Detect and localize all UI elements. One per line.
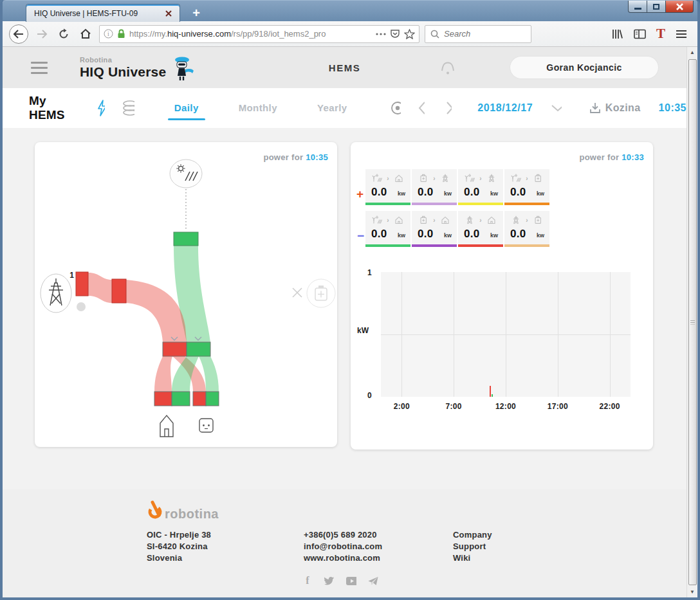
tile-battery-to-grid[interactable]: › 0.0kw <box>412 169 457 205</box>
battery-icon <box>533 174 543 183</box>
remove-icon[interactable] <box>293 288 302 297</box>
forward-button[interactable] <box>33 26 50 42</box>
node-appliance-production[interactable] <box>206 392 219 406</box>
tile-battery-to-home[interactable]: › 0.0kw <box>412 211 457 247</box>
minimize-button[interactable] <box>628 1 647 13</box>
maximize-button[interactable] <box>647 1 666 13</box>
appliance-socket-icon[interactable] <box>199 419 213 432</box>
node-mix-import[interactable] <box>163 342 187 356</box>
flow-grid-1 <box>88 273 112 303</box>
chart-gridline <box>401 272 402 397</box>
footer-contact: +386(0)5 689 2020 info@robotina.com www.… <box>304 529 382 564</box>
telegram-icon[interactable] <box>368 576 378 586</box>
node-home-production[interactable] <box>172 392 190 406</box>
energy-lightning-icon[interactable] <box>96 100 106 116</box>
nav-toolbar: i https://my.hiq-universe.com/rs/pp/918/… <box>3 21 697 47</box>
tile-grid-to-battery[interactable]: › 0.0kw <box>504 211 549 247</box>
app-header: Robotina HIQ Universe HEMS Goran Kocjanc… <box>3 47 686 88</box>
extension-t-icon[interactable]: T <box>656 27 665 41</box>
tab-close-icon[interactable] <box>163 8 174 19</box>
add-battery-icon[interactable] <box>307 279 335 307</box>
page-title: HEMS <box>3 62 686 73</box>
page-scrollbar[interactable]: ▲ ▼ <box>686 47 697 597</box>
grid-node-icon[interactable] <box>41 274 71 313</box>
footer-email[interactable]: info@robotina.com <box>304 541 382 552</box>
title-bar[interactable]: HIQ Universe | HEMS-FTU-09 + <box>3 0 697 21</box>
node-solar-production[interactable] <box>174 232 198 246</box>
footer-link-support[interactable]: Support <box>453 541 492 552</box>
tile-production-to-home-neg[interactable]: › 0.0kw <box>365 211 410 247</box>
scrollbar-thumb[interactable] <box>688 59 697 585</box>
negative-sign: − <box>357 229 364 243</box>
section-title: My HEMS <box>29 94 71 122</box>
svg-text:i: i <box>107 30 109 37</box>
url-text[interactable]: https://my.hiq-universe.com/rs/pp/918/io… <box>129 29 372 39</box>
next-day-icon[interactable] <box>445 100 452 116</box>
flow-power-label: power for 10:35 <box>263 152 328 162</box>
tab-daily[interactable]: Daily <box>168 97 205 119</box>
youtube-icon[interactable] <box>346 576 356 586</box>
new-tab-button[interactable]: + <box>188 6 205 20</box>
date-display[interactable]: 2018/12/17 <box>477 102 533 114</box>
node-mix-production[interactable] <box>187 342 210 356</box>
search-input[interactable] <box>444 29 515 39</box>
sidebar-icon[interactable] <box>634 29 646 39</box>
page-actions-icon[interactable] <box>376 33 386 35</box>
close-button[interactable] <box>665 1 694 13</box>
production-icon <box>465 174 475 183</box>
realtime-record-icon[interactable] <box>390 100 401 116</box>
twitter-icon[interactable] <box>324 576 335 586</box>
chevron-right-icon: › <box>526 217 528 224</box>
facebook-icon[interactable]: f <box>302 576 313 586</box>
date-dropdown-icon[interactable] <box>551 104 561 113</box>
url-bar[interactable]: i https://my.hiq-universe.com/rs/pp/918/… <box>99 25 419 43</box>
power-summary-card: power for 10:33 + − › 0.0kw › 0.0kw <box>351 142 653 450</box>
period-tabs: Daily Monthly Yearly <box>168 97 381 119</box>
station-name: Kozina <box>605 102 641 114</box>
tab-yearly[interactable]: Yearly <box>311 97 354 119</box>
pocket-icon[interactable] <box>390 29 400 39</box>
site-info-icon[interactable]: i <box>104 29 113 39</box>
bookmark-star-icon[interactable] <box>404 29 415 39</box>
scroll-down-icon[interactable]: ▼ <box>687 586 698 597</box>
dashboard: power for 10:35 <box>3 128 686 489</box>
download-icon <box>589 102 602 114</box>
chevron-right-icon: › <box>479 175 481 182</box>
home-icon <box>394 215 404 224</box>
tile-grid-to-home[interactable]: › 0.0kw <box>458 211 503 247</box>
scroll-up-icon[interactable]: ▲ <box>687 47 698 58</box>
footer-link-company[interactable]: Company <box>453 529 492 541</box>
tile-production-to-grid[interactable]: › 0.0kw <box>458 169 503 205</box>
chevron-right-icon: › <box>526 175 528 182</box>
footer-website[interactable]: www.robotina.com <box>304 552 382 564</box>
search-box[interactable] <box>425 25 531 43</box>
back-button[interactable] <box>9 24 28 44</box>
browser-window: HIQ Universe | HEMS-FTU-09 + i <box>0 0 700 600</box>
production-icon <box>511 174 521 183</box>
chart-spike-grid-import <box>490 386 491 397</box>
footer-link-wiki[interactable]: Wiki <box>453 552 492 564</box>
node-grid-mid[interactable] <box>112 279 126 303</box>
menu-icon[interactable] <box>676 30 687 39</box>
prev-day-icon[interactable] <box>418 100 424 116</box>
grid-icon <box>465 215 475 224</box>
station-selector[interactable]: Kozina <box>589 102 641 114</box>
node-appliance-import[interactable] <box>193 392 206 406</box>
node-grid-import[interactable] <box>76 272 88 296</box>
solar-node-icon[interactable] <box>170 159 202 188</box>
tile-production-to-home[interactable]: › 0.0kw <box>365 169 410 205</box>
data-layers-icon[interactable] <box>122 100 134 116</box>
node-home-import[interactable] <box>154 392 172 406</box>
home-icon[interactable] <box>160 415 173 437</box>
social-icons: f <box>302 576 378 586</box>
home-button[interactable] <box>77 26 94 42</box>
library-icon[interactable] <box>611 29 623 39</box>
grid-badge: 1 <box>69 271 74 280</box>
tab-monthly[interactable]: Monthly <box>232 97 284 119</box>
browser-tab[interactable]: HIQ Universe | HEMS-FTU-09 <box>26 4 180 22</box>
tile-underline <box>504 244 549 247</box>
time-display: 10:35 <box>659 102 686 114</box>
reload-button[interactable] <box>55 26 72 42</box>
chart-plot[interactable] <box>381 272 631 397</box>
tile-production-to-battery[interactable]: › 0.0kw <box>504 169 549 205</box>
